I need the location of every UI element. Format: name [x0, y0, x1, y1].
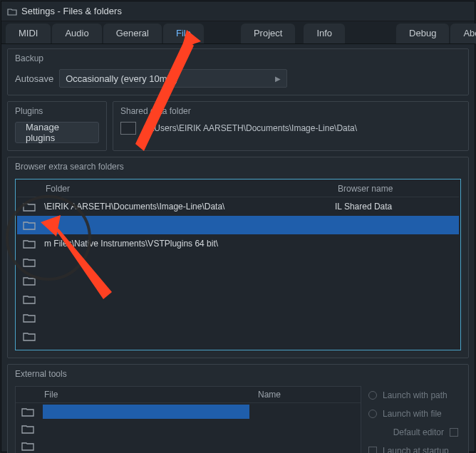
folder-path: m Files\Native Instruments\VSTPlugins 64…: [44, 239, 335, 249]
external-tools-panel: External tools File Name: [7, 364, 469, 453]
checkbox-icon: [368, 447, 377, 453]
folder-icon[interactable]: [20, 407, 36, 417]
header-name: Name: [258, 390, 281, 400]
tab-about[interactable]: About: [450, 24, 476, 43]
tool-row[interactable]: [16, 403, 361, 420]
tool-file: [43, 405, 249, 419]
folder-icon[interactable]: [20, 441, 36, 451]
external-tools-list[interactable]: File Name: [15, 386, 361, 453]
folder-row[interactable]: [17, 308, 459, 327]
backup-panel: Backup Autosave Occasionally (every 10mi…: [7, 48, 469, 95]
browser-folders-header: Folder Browser name: [17, 181, 459, 197]
settings-window: Settings - Files & folders MIDI Audio Ge…: [1, 1, 475, 452]
tab-midi[interactable]: MIDI: [6, 24, 51, 43]
backup-panel-title: Backup: [8, 49, 468, 66]
titlebar: Settings - Files & folders: [1, 1, 475, 21]
autosave-label: Autosave: [15, 73, 53, 84]
tab-file[interactable]: File: [163, 24, 204, 43]
folder-icon[interactable]: [21, 202, 37, 212]
header-folder: Folder: [46, 184, 338, 194]
checkbox-icon: [450, 428, 458, 437]
plugins-panel-title: Plugins: [8, 102, 106, 119]
radio-icon: [368, 410, 377, 418]
plugins-panel: Plugins Manage plugins: [7, 101, 107, 151]
tab-project[interactable]: Project: [241, 24, 295, 43]
folder-icon[interactable]: [21, 331, 37, 341]
shared-data-panel-title: Shared data folder: [113, 102, 468, 119]
opt-launch-with-path[interactable]: Launch with path: [368, 390, 461, 400]
tab-audio[interactable]: Audio: [52, 24, 101, 43]
external-tools-header: File Name: [16, 387, 361, 403]
shared-data-browse-button[interactable]: [120, 122, 136, 135]
folder-row[interactable]: [17, 253, 459, 271]
settings-body: Backup Autosave Occasionally (every 10mi…: [1, 44, 475, 453]
tab-bar: MIDI Audio General File Project Info Deb…: [1, 21, 475, 44]
folder-icon[interactable]: [21, 257, 37, 267]
autosave-value: Occasionally (every 10min): [66, 73, 177, 84]
folder-icon[interactable]: [21, 276, 37, 286]
external-tools-options: Launch with path Launch with file Defaul…: [368, 386, 461, 453]
shared-data-panel: Shared data folder C:\Users\EIRIK AARSET…: [113, 101, 469, 151]
shared-data-path: C:\Users\EIRIK AARSETH\Documents\Image-L…: [143, 123, 357, 133]
folder-icon[interactable]: [20, 424, 36, 434]
opt-launch-at-startup[interactable]: Launch at startup: [368, 446, 461, 453]
header-browser-name: Browser name: [338, 184, 450, 194]
folder-row[interactable]: [17, 271, 459, 290]
manage-plugins-button[interactable]: Manage plugins: [15, 122, 99, 143]
folder-icon[interactable]: [21, 239, 37, 249]
folder-row[interactable]: m Files\Native Instruments\VSTPlugins 64…: [17, 234, 459, 253]
chevron-right-icon: ▶: [275, 75, 281, 83]
folder-icon: [7, 7, 17, 16]
tool-row[interactable]: [16, 420, 361, 437]
tab-general[interactable]: General: [103, 24, 162, 43]
folder-row[interactable]: \EIRIK AARSETH\Documents\Image-Line\Data…: [17, 197, 459, 216]
folder-browser-name: IL Shared Data: [335, 202, 392, 212]
autosave-dropdown[interactable]: Occasionally (every 10min) ▶: [59, 69, 287, 88]
browser-folders-title: Browser extra search folders: [8, 157, 468, 175]
browser-folders-panel: Browser extra search folders Folder Brow…: [7, 157, 469, 358]
header-file: File: [44, 390, 258, 400]
tab-info[interactable]: Info: [304, 24, 345, 43]
tool-row[interactable]: [16, 437, 361, 453]
radio-icon: [368, 391, 377, 400]
window-title: Settings - Files & folders: [21, 6, 122, 16]
folder-icon[interactable]: [21, 220, 37, 230]
folder-icon[interactable]: [21, 294, 37, 304]
browser-folders-list[interactable]: Folder Browser name \EIRIK AARSETH\Docum…: [15, 179, 461, 350]
folder-row[interactable]: [17, 327, 459, 345]
folder-icon[interactable]: [21, 313, 37, 323]
external-tools-title: External tools: [8, 365, 468, 382]
folder-row[interactable]: [17, 290, 459, 308]
folder-row[interactable]: [17, 216, 459, 234]
tab-debug[interactable]: Debug: [396, 24, 449, 43]
folder-path: [44, 217, 335, 234]
opt-launch-with-file[interactable]: Launch with file: [368, 409, 461, 419]
opt-default-editor[interactable]: Default editor: [368, 427, 461, 437]
folder-path: \EIRIK AARSETH\Documents\Image-Line\Data…: [44, 202, 335, 212]
